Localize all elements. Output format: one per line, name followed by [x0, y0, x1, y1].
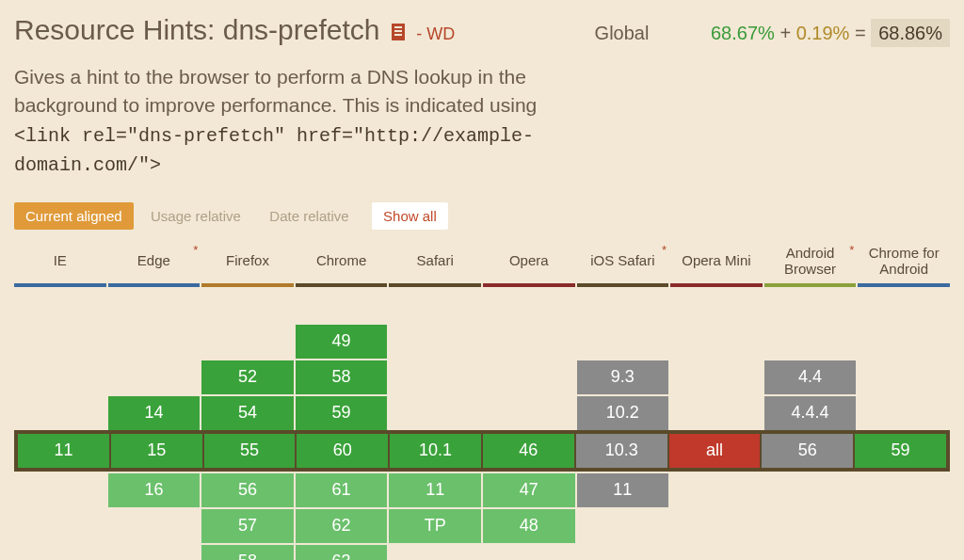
empty-cell: [764, 289, 857, 323]
empty-cell: [670, 360, 763, 394]
empty-cell: [670, 509, 763, 543]
version-cell[interactable]: 59: [296, 396, 388, 430]
empty-cell: [14, 325, 106, 359]
empty-cell: [577, 509, 669, 543]
empty-cell: [577, 325, 669, 359]
version-cell[interactable]: 56: [201, 473, 294, 507]
version-cell[interactable]: 14: [108, 396, 201, 430]
status-label: - WD: [416, 24, 455, 43]
title-text: Resource Hints: dns-prefetch: [14, 14, 380, 45]
version-cell[interactable]: 9.3: [577, 360, 669, 394]
browser-header[interactable]: Android Browser: [764, 241, 857, 287]
version-cell-current[interactable]: 59: [855, 434, 946, 468]
empty-cell: [764, 325, 857, 359]
empty-cell: [108, 325, 201, 359]
current-version-row: 1115556010.14610.3all5659: [14, 430, 950, 472]
version-cell[interactable]: TP: [389, 509, 481, 543]
empty-cell: [670, 545, 763, 560]
empty-cell: [389, 360, 481, 394]
empty-cell: [483, 289, 575, 323]
empty-cell: [296, 289, 388, 323]
empty-cell: [858, 325, 950, 359]
browser-header[interactable]: IE: [14, 241, 106, 287]
empty-cell: [577, 545, 669, 560]
stats-total: 68.86%: [871, 19, 950, 47]
empty-cell: [483, 325, 575, 359]
empty-cell: [389, 289, 481, 323]
browser-header[interactable]: Chrome: [296, 241, 388, 287]
empty-cell: [858, 545, 950, 560]
empty-cell: [201, 289, 294, 323]
browser-header[interactable]: Safari: [389, 241, 481, 287]
version-cell[interactable]: 11: [577, 473, 669, 507]
version-cell-current[interactable]: 60: [297, 434, 388, 468]
empty-cell: [14, 473, 106, 507]
version-cell-current[interactable]: 56: [762, 434, 853, 468]
empty-cell: [14, 545, 106, 560]
version-cell[interactable]: 11: [389, 473, 481, 507]
version-cell-current[interactable]: 10.1: [390, 434, 481, 468]
empty-cell: [14, 360, 106, 394]
empty-cell: [670, 473, 763, 507]
filter-usage-relative[interactable]: Usage relative: [139, 202, 252, 230]
version-cell[interactable]: 4.4: [764, 360, 857, 394]
description: Gives a hint to the browser to perform a…: [14, 63, 560, 179]
empty-cell: [108, 509, 201, 543]
version-cell[interactable]: 58: [296, 360, 388, 394]
version-cell[interactable]: 10.2: [577, 396, 669, 430]
empty-cell: [14, 509, 106, 543]
version-cell[interactable]: 16: [108, 473, 201, 507]
spec-doc-icon[interactable]: [392, 24, 405, 40]
version-cell[interactable]: 48: [483, 509, 575, 543]
browser-header[interactable]: Opera Mini: [670, 241, 763, 287]
version-cell[interactable]: 61: [296, 473, 388, 507]
filter-current-aligned[interactable]: Current aligned: [14, 202, 134, 230]
version-cell[interactable]: 63: [296, 545, 388, 560]
empty-cell: [858, 360, 950, 394]
version-cell-current[interactable]: 55: [204, 434, 296, 468]
empty-cell: [389, 325, 481, 359]
support-grid: IEEdge14Firefox5254Chrome495859SafariOpe…: [14, 241, 950, 560]
browser-header[interactable]: Firefox: [201, 241, 294, 287]
version-cell-current[interactable]: 46: [483, 434, 574, 468]
browser-header[interactable]: iOS Safari: [577, 241, 669, 287]
filter-show-all[interactable]: Show all: [372, 202, 448, 230]
empty-cell: [108, 545, 201, 560]
code-sample: <link rel="dns-prefetch" href="http://ex…: [14, 125, 534, 176]
stats-label: Global: [595, 23, 650, 43]
version-cell[interactable]: 57: [201, 509, 294, 543]
empty-cell: [483, 396, 575, 430]
browser-header[interactable]: Edge: [108, 241, 201, 287]
empty-cell: [577, 289, 669, 323]
empty-cell: [670, 396, 763, 430]
version-cell[interactable]: 47: [483, 473, 575, 507]
empty-cell: [670, 289, 763, 323]
empty-cell: [14, 396, 106, 430]
empty-cell: [858, 509, 950, 543]
version-cell[interactable]: 4.4.4: [764, 396, 857, 430]
empty-cell: [764, 545, 857, 560]
empty-cell: [389, 545, 481, 560]
browser-header[interactable]: Chrome for Android: [858, 241, 950, 287]
empty-cell: [670, 325, 763, 359]
empty-cell: [108, 360, 201, 394]
version-cell[interactable]: 58: [201, 545, 294, 560]
stats-full: 68.67%: [711, 23, 775, 43]
filter-bar: Current aligned Usage relative Date rela…: [14, 202, 950, 230]
stats-eq: =: [855, 23, 866, 43]
version-cell[interactable]: 49: [296, 325, 388, 359]
version-cell[interactable]: 54: [201, 396, 294, 430]
version-cell-current[interactable]: 10.3: [576, 434, 667, 468]
browser-header[interactable]: Opera: [483, 241, 575, 287]
empty-cell: [858, 473, 950, 507]
version-cell-current[interactable]: 15: [111, 434, 202, 468]
version-cell-current[interactable]: 11: [18, 434, 109, 468]
version-cell[interactable]: 62: [296, 509, 388, 543]
page-title: Resource Hints: dns-prefetch - WD: [14, 14, 455, 46]
empty-cell: [764, 473, 857, 507]
empty-cell: [389, 396, 481, 430]
filter-date-relative[interactable]: Date relative: [258, 202, 360, 230]
empty-cell: [14, 289, 106, 323]
version-cell-current[interactable]: all: [669, 434, 761, 468]
version-cell[interactable]: 52: [201, 360, 294, 394]
